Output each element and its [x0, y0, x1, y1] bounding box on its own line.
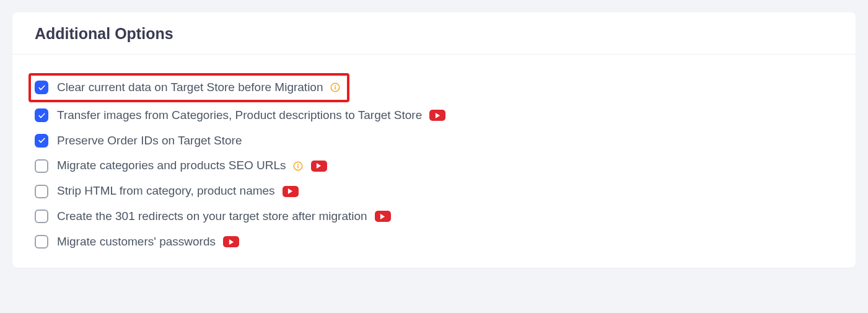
- checkbox-preserve-order-ids[interactable]: [35, 134, 48, 148]
- option-label[interactable]: Preserve Order IDs on Target Store: [57, 134, 242, 148]
- checkbox-clear-data[interactable]: [35, 81, 48, 94]
- video-icon[interactable]: [283, 186, 299, 197]
- svg-marker-9: [380, 214, 385, 219]
- option-redirects-301: Create the 301 redirects on your target …: [35, 209, 833, 224]
- option-transfer-images: Transfer images from Categories, Product…: [35, 108, 833, 123]
- svg-marker-3: [436, 113, 440, 118]
- option-label[interactable]: Migrate customers' passwords: [57, 235, 216, 249]
- info-icon[interactable]: [330, 82, 341, 93]
- option-migrate-seo: Migrate categories and products SEO URLs: [35, 159, 833, 173]
- checkbox-redirects-301[interactable]: [35, 209, 48, 223]
- panel-body: Clear current data on Target Store befor…: [12, 55, 856, 268]
- option-clear-data: Clear current data on Target Store befor…: [28, 73, 349, 102]
- option-preserve-order-ids: Preserve Order IDs on Target Store: [35, 134, 833, 148]
- panel-header: Additional Options: [12, 12, 856, 55]
- panel-title: Additional Options: [35, 25, 833, 43]
- option-label[interactable]: Migrate categories and products SEO URLs: [57, 159, 286, 173]
- checkbox-migrate-seo[interactable]: [35, 159, 48, 173]
- option-strip-html: Strip HTML from category, product names: [35, 184, 833, 198]
- checkbox-strip-html[interactable]: [35, 185, 48, 198]
- svg-marker-10: [229, 239, 233, 245]
- option-label[interactable]: Strip HTML from category, product names: [57, 184, 275, 198]
- video-icon[interactable]: [429, 110, 445, 121]
- option-migrate-passwords: Migrate customers' passwords: [35, 235, 833, 249]
- additional-options-panel: Additional Options Clear current data on…: [12, 12, 856, 268]
- option-label[interactable]: Transfer images from Categories, Product…: [57, 108, 422, 123]
- video-icon[interactable]: [311, 161, 327, 172]
- option-label[interactable]: Clear current data on Target Store befor…: [57, 81, 323, 95]
- video-icon[interactable]: [223, 236, 239, 247]
- checkbox-migrate-passwords[interactable]: [35, 235, 48, 249]
- svg-marker-7: [317, 163, 321, 169]
- option-label[interactable]: Create the 301 redirects on your target …: [57, 209, 367, 224]
- video-icon[interactable]: [375, 211, 391, 222]
- checkbox-transfer-images[interactable]: [35, 108, 48, 122]
- info-icon[interactable]: [292, 161, 304, 172]
- svg-marker-8: [288, 188, 292, 194]
